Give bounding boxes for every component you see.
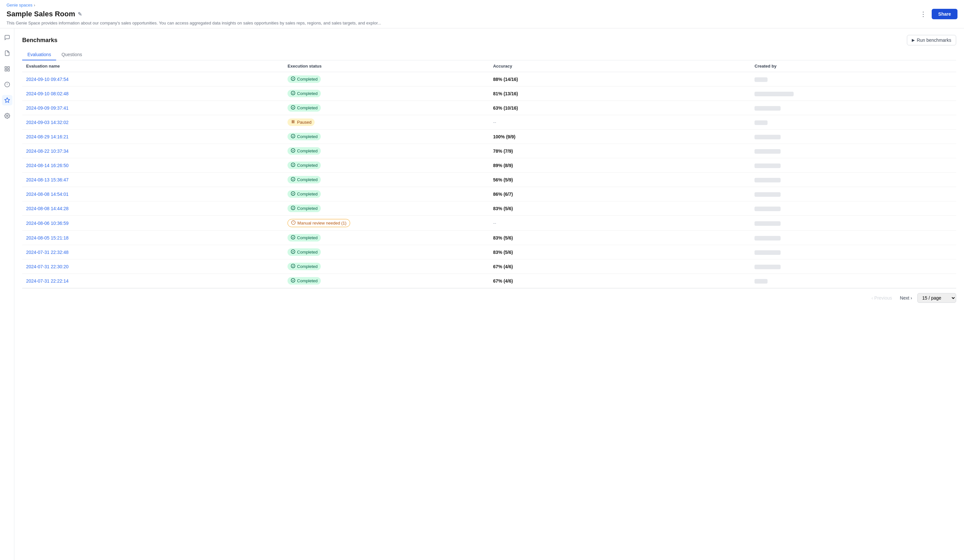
table-header-row: Evaluation name Execution status Accurac… [22, 60, 956, 72]
created-by-blurred [754, 92, 794, 96]
accuracy-value: 56% (5/9) [493, 177, 513, 182]
evaluations-table: Evaluation name Execution status Accurac… [22, 60, 956, 288]
table-row: 2024-09-10 09:47:54Completed88% (14/16) [22, 72, 956, 86]
created-by-blurred [754, 265, 781, 269]
created-by-cell [751, 72, 956, 86]
eval-link[interactable]: 2024-08-08 14:44:28 [26, 206, 68, 211]
status-badge: Completed [288, 147, 321, 155]
eval-link[interactable]: 2024-08-14 16:26:50 [26, 163, 68, 168]
table-row: 2024-08-13 15:36:47Completed56% (5/9) [22, 173, 956, 187]
created-by-cell [751, 274, 956, 288]
eval-link[interactable]: 2024-09-09 09:37:41 [26, 106, 68, 111]
created-by-blurred [754, 279, 767, 283]
sidebar-benchmark-icon[interactable] [2, 95, 12, 106]
breadcrumb-label: Genie spaces [7, 3, 33, 8]
sidebar-chat-icon[interactable] [2, 32, 12, 43]
eval-link[interactable]: 2024-08-06 10:36:59 [26, 221, 68, 226]
created-by-cell [751, 115, 956, 130]
sidebar-alert-icon[interactable] [2, 79, 12, 90]
page-title-row: Sample Sales Room ✎ ⋮ Share [7, 9, 957, 19]
tab-questions[interactable]: Questions [56, 49, 87, 60]
table-row: 2024-08-06 10:36:59Manual review needed … [22, 216, 956, 231]
page-title: Sample Sales Room ✎ [7, 10, 82, 18]
app-container: Genie spaces › Sample Sales Room ✎ ⋮ Sha… [0, 0, 964, 560]
previous-button[interactable]: ‹ Previous [869, 294, 894, 302]
accuracy-value: 63% (10/16) [493, 106, 518, 111]
status-icon [291, 119, 295, 125]
tab-evaluations[interactable]: Evaluations [22, 49, 56, 60]
eval-link[interactable]: 2024-09-03 14:32:02 [26, 120, 68, 125]
sidebar-document-icon[interactable] [2, 48, 12, 59]
sidebar-settings-icon[interactable] [2, 111, 12, 121]
sidebar-grid-icon[interactable] [2, 63, 12, 74]
status-badge: Manual review needed (1) [288, 219, 350, 227]
accuracy-cell: 67% (4/6) [489, 259, 751, 274]
eval-link[interactable]: 2024-07-31 22:32:48 [26, 250, 68, 255]
status-badge: Completed [288, 90, 321, 97]
created-by-cell [751, 86, 956, 101]
table-row: 2024-07-31 22:22:14Completed67% (4/6) [22, 274, 956, 288]
status-badge: Completed [288, 104, 321, 112]
status-icon [291, 205, 295, 211]
created-by-blurred [754, 120, 767, 125]
status-label: Completed [297, 177, 318, 182]
status-badge: Completed [288, 176, 321, 183]
accuracy-cell: 86% (6/7) [489, 187, 751, 201]
status-badge: Completed [288, 248, 321, 256]
eval-link[interactable]: 2024-08-22 10:37:34 [26, 148, 68, 154]
svg-rect-1 [8, 67, 9, 68]
status-icon [291, 163, 295, 168]
status-label: Completed [297, 264, 318, 269]
table-row: 2024-08-08 14:54:01Completed86% (6/7) [22, 187, 956, 201]
page-size-select[interactable]: 15 / page 25 / page 50 / page [917, 293, 956, 303]
svg-point-8 [6, 115, 8, 117]
page-description: This Genie Space provides information ab… [7, 21, 957, 28]
accuracy-value: 83% (5/6) [493, 250, 513, 255]
edit-icon[interactable]: ✎ [78, 11, 82, 17]
table-row: 2024-09-10 08:02:48Completed81% (13/16) [22, 86, 956, 101]
chevron-left-icon: ‹ [871, 295, 873, 301]
eval-link[interactable]: 2024-09-10 09:47:54 [26, 77, 68, 82]
run-benchmarks-button[interactable]: ▶ Run benchmarks [907, 35, 956, 46]
col-header-accuracy: Accuracy [489, 60, 751, 72]
breadcrumb[interactable]: Genie spaces › [7, 3, 957, 8]
status-label: Completed [297, 278, 318, 283]
accuracy-value: 67% (4/6) [493, 278, 513, 283]
share-button[interactable]: Share [932, 9, 957, 19]
accuracy-na: -- [493, 120, 496, 125]
next-button[interactable]: Next › [897, 294, 915, 302]
col-header-status: Execution status [283, 60, 489, 72]
previous-label: Previous [874, 295, 892, 301]
svg-rect-13 [294, 120, 294, 123]
table-row: 2024-09-03 14:32:02Paused-- [22, 115, 956, 130]
status-icon [291, 235, 295, 241]
accuracy-cell: -- [489, 115, 751, 130]
accuracy-value: 67% (4/6) [493, 264, 513, 269]
status-badge: Completed [288, 205, 321, 212]
eval-link[interactable]: 2024-08-05 15:21:18 [26, 235, 68, 241]
created-by-blurred [754, 250, 781, 255]
status-icon [291, 191, 295, 197]
status-badge: Paused [288, 119, 314, 126]
table-row: 2024-07-31 22:32:48Completed83% (5/6) [22, 245, 956, 259]
accuracy-cell: 67% (4/6) [489, 274, 751, 288]
eval-link[interactable]: 2024-07-31 22:22:14 [26, 278, 68, 283]
eval-link[interactable]: 2024-08-08 14:54:01 [26, 192, 68, 197]
created-by-cell [751, 245, 956, 259]
run-benchmarks-label: Run benchmarks [917, 37, 951, 43]
accuracy-cell: 83% (5/6) [489, 245, 751, 259]
accuracy-cell: 63% (10/16) [489, 101, 751, 115]
created-by-cell [751, 144, 956, 158]
status-label: Completed [297, 77, 318, 81]
table-row: 2024-08-05 15:21:18Completed83% (5/6) [22, 231, 956, 245]
accuracy-cell: 81% (13/16) [489, 86, 751, 101]
created-by-cell [751, 101, 956, 115]
eval-link[interactable]: 2024-08-29 14:16:21 [26, 134, 68, 139]
eval-link[interactable]: 2024-09-10 08:02:48 [26, 91, 68, 96]
eval-link[interactable]: 2024-07-31 22:30:20 [26, 264, 68, 269]
created-by-blurred [754, 236, 781, 241]
eval-link[interactable]: 2024-08-13 15:36:47 [26, 177, 68, 182]
more-button[interactable]: ⋮ [917, 9, 929, 19]
section-header: Benchmarks ▶ Run benchmarks [22, 35, 956, 46]
svg-rect-12 [292, 120, 293, 123]
